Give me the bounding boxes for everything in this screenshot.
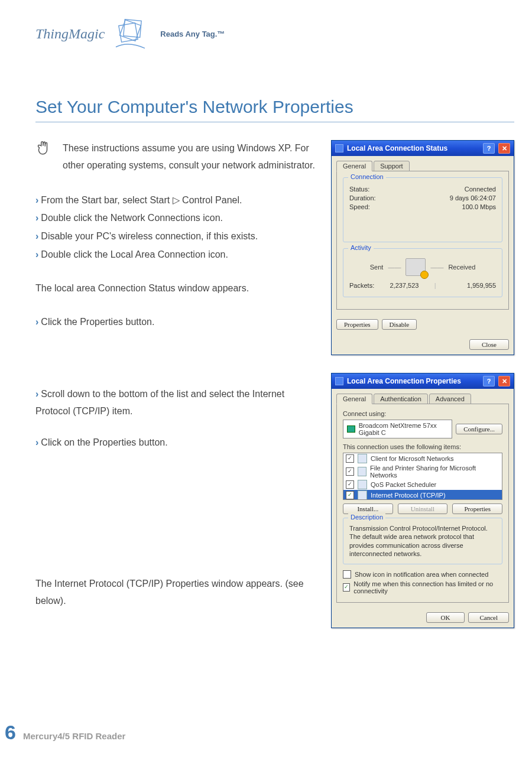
- protocol-icon: [358, 490, 367, 500]
- bullet-icon: ›: [35, 389, 38, 399]
- checkbox-icon[interactable]: ✓: [346, 480, 354, 489]
- bullet-icon: ›: [35, 249, 38, 259]
- close-button[interactable]: Close: [469, 339, 509, 350]
- fieldset-legend: Description: [348, 514, 385, 521]
- bullet-icon: ›: [35, 317, 38, 327]
- page-footer: 6 Mercury4/5 RFID Reader: [5, 721, 125, 744]
- service-icon: [358, 480, 367, 489]
- tab-general[interactable]: General: [336, 394, 372, 404]
- label: Status:: [349, 186, 369, 193]
- service-icon: [358, 467, 366, 476]
- brand-name: ThingMagic: [35, 26, 105, 42]
- ok-button[interactable]: OK: [426, 612, 465, 623]
- step-text: Double click the Network Connections ico…: [41, 213, 223, 223]
- page-number: 6: [5, 721, 16, 744]
- brand-header: ThingMagic Reads Any Tag.™: [35, 12, 514, 56]
- help-button[interactable]: ?: [483, 143, 495, 154]
- brand-tagline: Reads Any Tag.™: [160, 30, 225, 38]
- bullet-icon: ›: [35, 231, 38, 241]
- connection-properties-dialog: Local Area Connection Properties ? ✕ Gen…: [331, 373, 514, 628]
- properties-button[interactable]: Properties: [452, 503, 502, 514]
- checkbox-label: Show icon in notification area when conn…: [355, 571, 488, 578]
- footer-text: Mercury4/5 RFID Reader: [23, 731, 125, 741]
- close-button[interactable]: ✕: [498, 376, 510, 386]
- bullet-icon: ›: [35, 195, 38, 205]
- checkbox-icon[interactable]: ✓: [346, 454, 354, 463]
- label: Duration:: [349, 194, 376, 202]
- disable-button[interactable]: Disable: [382, 319, 417, 330]
- paragraph: The Internet Protocol (TCP/IP) Propertie…: [35, 576, 319, 610]
- fieldset-legend: Connection: [348, 173, 386, 180]
- help-button[interactable]: ?: [483, 376, 495, 386]
- step-text: Scroll down to the bottom of the list an…: [35, 389, 284, 416]
- fieldset-legend: Activity: [348, 244, 374, 251]
- list-item[interactable]: ✓QoS Packet Scheduler: [343, 479, 502, 490]
- computer-icon: [406, 258, 426, 276]
- brand-logo-icon: [112, 12, 153, 56]
- tab-support[interactable]: Support: [374, 161, 410, 171]
- list-item[interactable]: ✓Client for Microsoft Networks: [343, 453, 502, 464]
- description-text: Transmission Control Protocol/Internet P…: [349, 524, 496, 558]
- step-text: From the Start bar, select Start ▷ Contr…: [41, 195, 242, 205]
- tab-authentication[interactable]: Authentication: [374, 394, 428, 404]
- section-title: Set Your Computer's Network Properties: [35, 97, 514, 122]
- network-icon: [335, 144, 343, 152]
- packets-sent: 2,237,523: [374, 282, 434, 289]
- connection-status-dialog: Local Area Connection Status ? ✕ General…: [331, 140, 514, 355]
- bullet-icon: ›: [35, 213, 38, 223]
- step-text: Click the Properties button.: [41, 317, 154, 327]
- list-item-selected[interactable]: ✓Internet Protocol (TCP/IP): [343, 490, 502, 500]
- label: Connect using:: [343, 410, 502, 417]
- adapter-field: Broadcom NetXtreme 57xx Gigabit C: [343, 420, 452, 438]
- network-icon: [335, 377, 343, 385]
- checkbox-label: Notify me when this connection has limit…: [353, 580, 502, 594]
- value: 100.0 Mbps: [462, 203, 496, 210]
- checkbox-icon[interactable]: ✓: [343, 583, 350, 592]
- configure-button[interactable]: Configure...: [456, 424, 502, 434]
- properties-button[interactable]: Properties: [336, 319, 378, 330]
- value: Connected: [465, 186, 496, 193]
- packets-received: 1,959,955: [436, 282, 496, 289]
- uninstall-button[interactable]: Uninstall: [398, 503, 448, 514]
- cancel-button[interactable]: Cancel: [468, 612, 509, 623]
- hand-note-icon: [35, 140, 53, 174]
- nic-icon: [347, 425, 355, 433]
- received-label: Received: [448, 264, 475, 271]
- label: Speed:: [349, 203, 370, 210]
- label: This connection uses the following items…: [343, 443, 502, 450]
- paragraph: The local area Connection Status window …: [35, 280, 319, 297]
- dialog-title: Local Area Connection Properties: [347, 377, 479, 385]
- checkbox-icon[interactable]: ✓: [346, 491, 354, 499]
- step-text: Double click the Local Area Connection i…: [41, 249, 228, 259]
- checkbox-icon[interactable]: ✓: [346, 467, 354, 476]
- value: 9 days 06:24:07: [450, 194, 496, 202]
- note-text: These instructions assume you are using …: [63, 140, 319, 174]
- tab-general[interactable]: General: [336, 161, 372, 171]
- label: Packets:: [349, 282, 374, 289]
- bullet-icon: ›: [35, 437, 38, 447]
- close-button[interactable]: ✕: [498, 143, 510, 154]
- svg-rect-2: [119, 23, 138, 42]
- sent-label: Sent: [370, 264, 384, 271]
- step-text: Disable your PC's wireless connection, i…: [41, 231, 258, 241]
- connection-items-list[interactable]: ✓Client for Microsoft Networks ✓File and…: [343, 453, 502, 500]
- adapter-name: Broadcom NetXtreme 57xx Gigabit C: [359, 422, 448, 436]
- checkbox-icon[interactable]: [343, 570, 351, 579]
- list-item[interactable]: ✓File and Printer Sharing for Microsoft …: [343, 464, 502, 479]
- step-text: Click on the Properties button.: [41, 437, 167, 447]
- service-icon: [358, 454, 367, 463]
- tab-advanced[interactable]: Advanced: [429, 394, 471, 404]
- dialog-title: Local Area Connection Status: [347, 144, 479, 152]
- install-button[interactable]: Install...: [343, 503, 393, 514]
